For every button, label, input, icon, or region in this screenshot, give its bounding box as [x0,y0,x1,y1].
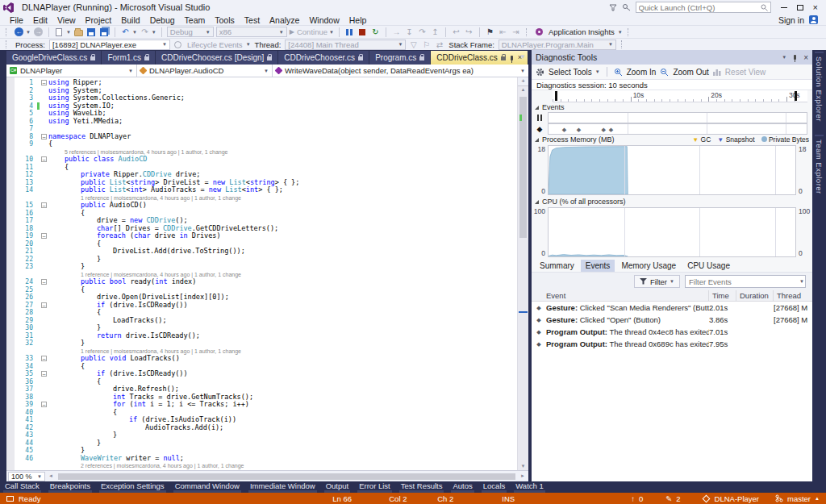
code-line[interactable]: 41if (drive.IsAudioTrack(i)) [15,416,517,424]
filter-dropdown[interactable]: Filter ▼ [634,275,680,288]
code-line[interactable]: 38int Tracks = drive.GetNumTracks(); [15,394,517,402]
column-thread[interactable]: Thread [774,290,812,301]
save-all-icon[interactable] [99,27,110,37]
code-line[interactable]: 28{ [15,309,517,317]
quick-launch-input[interactable] [639,3,761,12]
minimize-icon[interactable] [781,7,787,8]
maximize-icon[interactable] [797,5,803,10]
toolbar-grip[interactable] [628,28,631,36]
code-line[interactable]: 46WaveWriter writer = null; [15,455,517,463]
quick-launch[interactable] [636,2,771,13]
code-line[interactable]: 29LoadTracks(); [15,317,517,325]
step-into-icon[interactable]: ↧ [404,27,415,37]
code-line[interactable]: 31return drive.IsCDReady(); [15,332,517,340]
toggle-flagged-icon[interactable]: ⇄ [434,40,444,50]
document-tab[interactable]: Program.cs [369,51,430,65]
diag-tab-summary[interactable]: Summary [535,260,579,272]
cpu-chart[interactable] [548,207,796,257]
toolbar-grip[interactable] [526,28,529,36]
memory-section-header[interactable]: Process Memory (MB) ▼ GC ▼ Snapshot Priv… [532,135,812,144]
document-tab[interactable]: CDDriveChooser.cs [278,51,369,65]
column-time[interactable]: Time [709,290,736,301]
next-bookmark-icon[interactable]: ⇥ [511,27,521,37]
chevron-down-icon[interactable]: ▼ [152,30,156,35]
code-line[interactable]: 40{ [15,409,517,417]
break-all-icon[interactable] [344,27,355,37]
code-line[interactable]: 25{ [15,286,517,294]
reset-view-button[interactable]: Reset View [725,68,766,77]
pin-icon[interactable] [511,56,513,60]
editor-zoom-dropdown[interactable]: 100 % ▼ [8,472,45,481]
filter-threads-icon[interactable]: ▽ [408,40,419,50]
code-line[interactable]: 39–for (int i = 1; i <= Tracks; i++) [15,401,517,409]
feedback-icon[interactable] [609,4,617,11]
code-line[interactable]: 15–public AudioCD() [15,202,517,210]
code-line[interactable]: 21DriveList.Add(drive.ToString()); [15,248,517,256]
menu-tools[interactable]: Tools [210,15,240,25]
code-line[interactable]: 9{ [15,140,517,148]
document-tab[interactable]: Form1.cs [102,51,155,65]
menu-file[interactable]: File [5,15,28,25]
close-icon[interactable]: × [813,4,818,10]
bottom-tab-test-results[interactable]: Test Results [399,482,444,494]
memory-chart[interactable] [548,145,796,195]
stack-frame-combo[interactable]: DLNAPlayer.Program.Main▼ [499,40,616,50]
events-timeline[interactable]: ◆◆◆◆ [548,123,807,135]
event-row[interactable]: ◆Gesture: Clicked "Open" (Button)3.86s[2… [532,314,812,326]
toolbar-grip[interactable] [621,40,624,48]
type-dropdown[interactable]: DLNAPlayer.AudioCD ▼ [137,65,273,77]
code-line[interactable]: 42AudioTracks.Add(i); [15,424,517,432]
bottom-tab-breakpoints[interactable]: Breakpoints [48,482,92,494]
bottom-tab-locals[interactable]: Locals [482,482,507,494]
collapse-region-icon[interactable]: – [41,302,47,308]
column-event[interactable]: Event [532,290,709,301]
chevron-down-icon[interactable]: ▼ [618,30,623,35]
menu-window[interactable]: Window [304,15,344,25]
process-combo[interactable]: [16892] DLNAPlayer.exe▼ [49,40,170,50]
branch-name[interactable]: master [787,494,811,503]
user-profile-icon[interactable] [809,15,818,24]
undo-icon[interactable]: ↶ [120,27,131,37]
code-line[interactable]: 18char[] Drives = CDDrive.GetCDDriveLett… [15,225,517,233]
collapse-region-icon[interactable]: – [41,279,47,285]
close-icon[interactable]: × [803,53,808,62]
code-line[interactable]: 44} [15,439,517,448]
collapse-region-icon[interactable]: – [41,80,47,85]
thread-combo[interactable]: [24408] Main Thread▼ [285,40,406,50]
cpu-section-header[interactable]: CPU (% of all processors) [532,197,812,206]
event-row[interactable]: ◆Gesture: Clicked "Scan Media Renderers"… [532,302,812,314]
side-tab-team-explorer[interactable]: Team Explorer [815,135,824,198]
document-tab[interactable]: CDDriveClass.cs× [431,51,528,65]
step-out-icon[interactable]: ↥ [430,27,440,37]
chevron-up-icon[interactable]: ▲ [815,496,820,501]
project-dropdown[interactable]: C# DLNAPlayer ▼ [6,65,137,77]
toolbar-grip[interactable] [6,40,9,48]
menu-help[interactable]: Help [344,15,372,25]
incoming-commits-icon[interactable]: ↑ [631,494,635,503]
code-line[interactable]: 22} [15,256,517,264]
bottom-tab-error-list[interactable]: Error List [357,482,392,494]
side-tab-solution-explorer[interactable]: Solution Explorer [815,52,824,125]
tab-overflow-icon[interactable]: ▼ [519,53,526,60]
code-line[interactable]: 14public List<int> AudioTracks = new Lis… [15,186,517,194]
timeline-ruler[interactable]: 10s20s30s [553,90,807,102]
solution-platforms-combo[interactable]: x86▼ [216,27,287,37]
select-tools-button[interactable]: Select Tools [549,68,592,77]
open-file-icon[interactable] [73,27,84,37]
bottom-tab-output[interactable]: Output [324,482,351,494]
column-duration[interactable]: Duration [736,290,774,301]
zoom-in-button[interactable]: Zoom In [627,68,657,77]
bottom-tab-call-stack[interactable]: Call Stack [3,482,41,494]
scroll-left-icon[interactable]: ◄ [48,473,53,478]
codelens-line[interactable]: 2 references | moisesmcardona, 4 hours a… [15,462,517,470]
collapse-region-icon[interactable]: – [41,356,47,361]
code-line[interactable]: 24–public bool ready(int index) [15,278,517,286]
chevron-down-icon[interactable]: ▼ [329,30,334,35]
restart-icon[interactable]: ↻ [370,27,381,37]
code-line[interactable]: 37drive.Refresh(); [15,385,517,394]
window-position-icon[interactable]: ▼ [782,55,786,60]
step-over-icon[interactable]: ↷ [417,27,428,37]
collapse-region-icon[interactable]: – [41,402,47,407]
code-line[interactable]: 10–public class AudioCD [15,156,517,164]
collapse-region-icon[interactable]: – [41,134,47,140]
